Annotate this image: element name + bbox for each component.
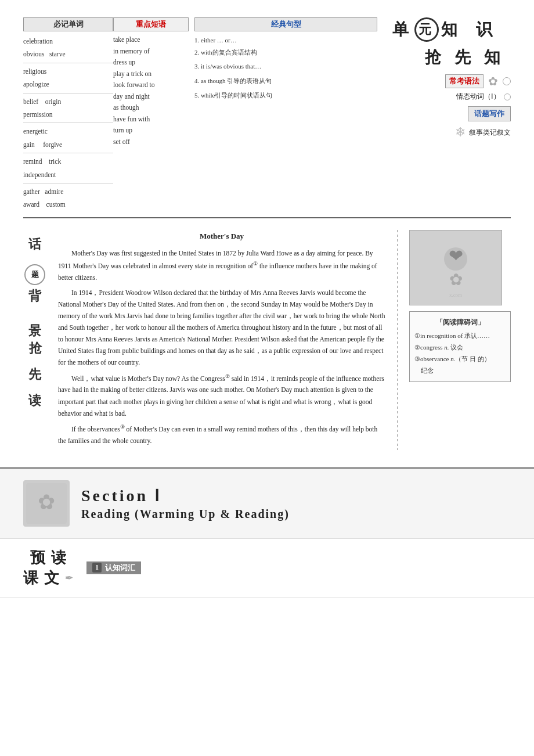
vocab-note-title: 「阅读障碍词」 — [414, 316, 506, 329]
unit-char-2: 知 识 — [441, 19, 496, 41]
sentence-4: 4. as though 引导的表语从句 — [194, 75, 377, 87]
deco-char-hua: 话 — [28, 236, 41, 253]
phrase-9: turn up — [113, 125, 189, 136]
preview-chars-block: 预 读 课 文 ✒ — [23, 548, 75, 588]
vocab-item-9: remind trick — [23, 155, 113, 168]
flower-svg: ✿ — [26, 483, 67, 524]
section-title-sub: Reading (Warming Up & Reading) — [81, 507, 511, 521]
vocab-item-6: permission — [23, 108, 113, 121]
phrase-3: dress up — [113, 57, 189, 69]
vocab-note-box: 「阅读障碍词」 ①in recognition of 承认…… ②congres… — [409, 311, 511, 382]
svg-text:❤: ❤ — [449, 246, 463, 265]
right-column: 单 元 知 识 抢 先 知 常考语法 ✿ 情态动词（Ⅰ） 话题写作 — [377, 17, 511, 211]
preview-section: 预 读 课 文 ✒ 1 认知词汇 — [0, 539, 534, 597]
deco-char-xian: 先 — [28, 366, 41, 383]
vocab-item-11: gather admire — [23, 185, 113, 198]
vocab-divider-5 — [23, 183, 113, 183]
sentence-5: 5. while引导的时间状语从句 — [194, 89, 377, 102]
section-title-block: Section Ⅰ Reading (Warming Up & Reading) — [81, 486, 511, 521]
phrase-5: look forward to — [113, 80, 189, 91]
vocab-note-1: ①in recognition of 承认…… — [414, 330, 506, 342]
key-phrases-title: 重点短语 — [113, 17, 189, 31]
vocab-item-10: independent — [23, 168, 113, 181]
phrases-sentences-container: 重点短语 take place in memory of dress up pl… — [113, 17, 377, 147]
circle-deco — [503, 77, 511, 85]
phrase-8: have fun with — [113, 114, 189, 125]
phrase-1: take place — [113, 34, 189, 46]
deco-char-bei: 背 — [28, 287, 41, 305]
phrase-6: day and night — [113, 91, 189, 103]
article-vertical-divider — [397, 230, 398, 450]
phrase-7: as though — [113, 102, 189, 114]
vocab-note-4: 纪念 — [414, 365, 506, 377]
vocab-divider-2 — [23, 93, 113, 93]
vocab-title: 必记单词 — [23, 17, 113, 31]
article-image: ❤ ✿ x.com — [409, 230, 502, 305]
deco-char-jing: 景 — [28, 322, 41, 340]
sentences-column: 经典句型 1. either … or… 2. with的复合宾语结构 3. i… — [189, 17, 377, 147]
vocab-divider-4 — [23, 153, 113, 153]
svg-text:✿: ✿ — [449, 271, 463, 289]
preview-label-text: 认知词汇 — [105, 563, 135, 573]
section-flower-image: ✿ — [23, 480, 70, 527]
snowflake-icon: ❄ — [455, 125, 466, 140]
top-section: 必记单词 celebration obvious starve religiou… — [0, 0, 534, 217]
vocab-divider-3 — [23, 123, 113, 123]
article-para-2: In 1914，President Woodrow Wilson declare… — [58, 287, 385, 369]
vocab-item-5: belief origin — [23, 95, 113, 108]
deco-char-tuo: 抢 — [29, 340, 42, 357]
sentence-3: 3. it is/was obvious that… — [194, 60, 377, 73]
sentence-1: 1. either … or… — [194, 34, 377, 46]
preview-label-num: 1 — [92, 563, 102, 573]
unit-title: 单 元 知 识 — [377, 17, 511, 42]
section-title-main: Section Ⅰ — [81, 486, 511, 505]
topic-title: 话题写作 — [468, 106, 511, 121]
article-content: Mother's Day Mother's Day was first sugg… — [58, 230, 385, 450]
middle-section: 重点短语 take place in memory of dress up pl… — [113, 17, 377, 211]
preview-char-ke: 课 — [23, 568, 41, 588]
unit-char-1: 单 — [392, 19, 412, 41]
qiang-xian-zhi: 抢 先 知 — [377, 46, 511, 69]
article-image-svg: ❤ ✿ x.com — [412, 233, 499, 303]
narrative-row: ❄ 叙事类记叙文 — [377, 125, 511, 140]
vocab-item-7: energetic — [23, 125, 113, 138]
deco-char-du: 读 — [28, 392, 41, 409]
section-bottom: ✿ Section Ⅰ Reading (Warming Up & Readin… — [0, 467, 534, 597]
classic-title: 经典句型 — [194, 17, 377, 31]
vocab-item-8: gain forgive — [23, 138, 113, 151]
preview-char-du: 读 — [51, 548, 68, 568]
preview-char-wen: 文 — [44, 568, 62, 588]
preview-char-yu: 预 — [30, 548, 48, 568]
article-right-sidebar: ❤ ✿ x.com 「阅读障碍词」 ①in recognition of 承认…… — [409, 230, 511, 450]
narrative-label: 叙事类记叙文 — [469, 128, 511, 138]
article-title: Mother's Day — [58, 230, 385, 243]
preview-brush-icon: ✒ — [65, 573, 75, 584]
vocab-note-2: ②congress n. 议会 — [414, 342, 506, 354]
vocab-item-12: award custom — [23, 198, 113, 211]
modal-row: 情态动词（Ⅰ） — [377, 92, 511, 102]
phrase-10: set off — [113, 136, 189, 148]
phrase-2: in memory of — [113, 46, 189, 57]
left-deco-sidebar: 话 题 背 景 抢 先 读 — [23, 230, 46, 450]
phrase-4: play a trick on — [113, 69, 189, 80]
topic-circle-icon: 题 — [24, 264, 45, 285]
unit-circle: 元 — [414, 17, 439, 42]
vocab-note-3: ③observance n.（节 日 的） — [414, 354, 506, 365]
sentence-2: 2. with的复合宾语结构 — [194, 46, 377, 59]
vocab-section: 必记单词 celebration obvious starve religiou… — [23, 17, 113, 211]
vocab-divider-1 — [23, 63, 113, 63]
circle-deco-2 — [504, 93, 511, 100]
flower-icon: ✿ — [488, 74, 498, 88]
grammar-title: 常考语法 — [445, 74, 484, 88]
svg-text:✿: ✿ — [38, 491, 55, 514]
phrases-column: 重点短语 take place in memory of dress up pl… — [113, 17, 189, 147]
section-banner: ✿ Section Ⅰ Reading (Warming Up & Readin… — [0, 469, 534, 539]
top-inner: 必记单词 celebration obvious starve religiou… — [23, 17, 511, 211]
svg-text:x.com: x.com — [449, 292, 462, 298]
article-para-3: Well，what value is Mother's Day now? As … — [58, 372, 385, 419]
article-section: 话 题 背 景 抢 先 读 Mother's Day Mother's Day … — [0, 218, 534, 462]
preview-label: 1 认知词汇 — [86, 561, 141, 574]
vocab-item-2: obvious starve — [23, 48, 113, 60]
article-para-4: If the observances③ of Mother's Day can … — [58, 423, 385, 447]
modal-label: 情态动词（Ⅰ） — [456, 92, 500, 102]
